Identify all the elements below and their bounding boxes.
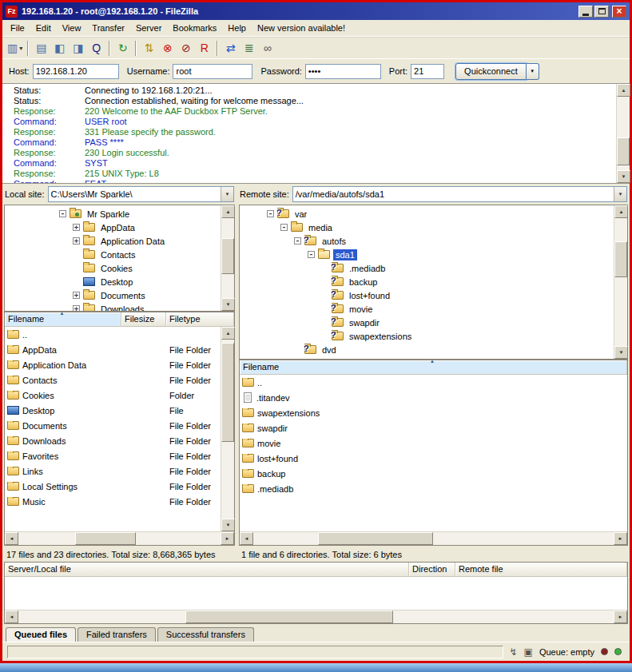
remote-list-hscrollbar[interactable]: ◄► xyxy=(240,531,627,545)
tree-item[interactable]: Contacts xyxy=(5,248,221,261)
file-row[interactable]: .. xyxy=(5,327,221,342)
reconnect-button[interactable]: R xyxy=(195,39,213,57)
queue-column-server-local-file[interactable]: Server/Local file xyxy=(5,563,409,576)
file-row[interactable]: CookiesFolder xyxy=(5,388,221,403)
tree-item[interactable]: Desktop xyxy=(5,275,221,288)
queue-body[interactable] xyxy=(5,577,627,610)
file-row[interactable]: Application DataFile Folder xyxy=(5,357,221,372)
tree-item[interactable]: +Documents xyxy=(5,288,221,302)
tree-item[interactable]: ?lost+found xyxy=(240,288,614,302)
scroll-right-button[interactable]: ► xyxy=(614,532,627,545)
local-list-hscrollbar[interactable]: ◄► xyxy=(5,531,234,545)
host-input[interactable] xyxy=(33,64,119,79)
message-log[interactable]: Status:Connecting to 192.168.1.20:21...S… xyxy=(2,84,616,183)
scroll-left-button[interactable]: ◄ xyxy=(5,532,18,545)
synchronized-browsing-button[interactable]: ≣ xyxy=(240,39,258,57)
toggle-remote-tree-button[interactable]: ◨ xyxy=(69,39,87,57)
scroll-up-button[interactable]: ▲ xyxy=(221,327,235,340)
scroll-up-button[interactable]: ▲ xyxy=(221,205,235,218)
file-row[interactable]: AppDataFile Folder xyxy=(5,342,221,357)
file-row[interactable]: .. xyxy=(240,375,627,390)
refresh-button[interactable]: ↻ xyxy=(113,39,132,57)
file-row[interactable]: backup xyxy=(240,466,627,481)
tree-item[interactable]: +Downloads xyxy=(5,302,221,311)
tree-item[interactable]: ?.mediadb xyxy=(240,261,614,275)
filename-filters-button[interactable]: Q xyxy=(87,39,105,57)
site-manager-button[interactable]: ▥▾ xyxy=(6,39,24,57)
scrollbar-thumb[interactable] xyxy=(75,532,136,545)
queue-hscrollbar[interactable]: ◄► xyxy=(5,610,627,623)
scrollbar-track[interactable] xyxy=(18,532,221,545)
tab-queued-files[interactable]: Queued files xyxy=(6,627,76,642)
file-row[interactable]: DesktopFile xyxy=(5,403,221,418)
tree-collapse-icon[interactable]: - xyxy=(59,210,66,217)
menu-item-edit[interactable]: Edit xyxy=(30,21,57,35)
tree-item[interactable]: Cookies xyxy=(5,261,221,275)
remote-site-combo[interactable]: /var/media/autofs/sda1 ▼ xyxy=(292,186,627,202)
menu-item-view[interactable]: View xyxy=(57,21,87,35)
scrollbar-thumb[interactable] xyxy=(221,238,234,274)
local-site-combo[interactable]: C:\Users\Mr Sparkle\ ▼ xyxy=(48,186,234,202)
disconnect-button[interactable]: ⊘ xyxy=(177,39,195,57)
tree-expand-icon[interactable]: + xyxy=(73,224,80,231)
password-input[interactable] xyxy=(305,64,381,79)
menu-item-new-version-available[interactable]: New version available! xyxy=(252,21,351,35)
title-bar[interactable]: Fz 192.168.1.20 - root@192.168.1.20 - Fi… xyxy=(2,2,630,20)
menu-item-transfer[interactable]: Transfer xyxy=(86,21,130,35)
find-files-button[interactable]: ∞ xyxy=(258,39,276,57)
local-combo-dropdown-icon[interactable]: ▼ xyxy=(221,187,233,201)
quickconnect-dropdown-button[interactable]: ▼ xyxy=(527,63,539,80)
file-row[interactable]: swapdir xyxy=(240,420,627,435)
scroll-left-button[interactable]: ◄ xyxy=(5,610,18,623)
scrollbar-thumb[interactable] xyxy=(614,241,627,277)
remote-tree-scrollbar[interactable]: ▲▼ xyxy=(614,205,627,359)
tree-collapse-icon[interactable]: - xyxy=(308,251,315,258)
file-row[interactable]: lost+found xyxy=(240,451,627,466)
file-row[interactable]: DocumentsFile Folder xyxy=(5,418,221,433)
file-row[interactable]: LinksFile Folder xyxy=(5,463,221,479)
local-tree-scrollbar[interactable]: ▲▼ xyxy=(221,205,234,311)
file-row[interactable]: swapextensions xyxy=(240,405,627,420)
queue-column-remote-file[interactable]: Remote file xyxy=(455,563,627,576)
tree-collapse-icon[interactable]: - xyxy=(294,237,301,245)
speed-limits-icon[interactable]: ↯ xyxy=(510,646,518,658)
tree-item[interactable]: ?swapdir xyxy=(240,316,614,329)
scroll-down-button[interactable]: ▼ xyxy=(614,346,628,359)
scroll-up-button[interactable]: ▲ xyxy=(614,205,628,218)
toggle-message-log-button[interactable]: ▤ xyxy=(32,39,50,57)
port-input[interactable] xyxy=(411,64,444,79)
remote-combo-dropdown-icon[interactable]: ▼ xyxy=(614,187,626,201)
tree-item[interactable]: -?autofs xyxy=(240,234,614,248)
directory-comparison-button[interactable]: ⇄ xyxy=(221,39,240,57)
tree-item[interactable]: -sda1 xyxy=(240,248,614,261)
file-row[interactable]: ContactsFile Folder xyxy=(5,372,221,388)
file-row[interactable]: .titandev xyxy=(240,390,627,405)
scrollbar-track[interactable] xyxy=(614,218,627,346)
tab-successful-transfers[interactable]: Successful transfers xyxy=(157,627,254,642)
scroll-down-button[interactable]: ▼ xyxy=(617,170,630,183)
scrollbar-track[interactable] xyxy=(253,532,614,545)
queue-view-icon[interactable]: ▣ xyxy=(524,646,533,658)
column-header-filename[interactable]: Filename▲ xyxy=(240,360,627,374)
menu-item-server[interactable]: Server xyxy=(130,21,167,35)
file-row[interactable]: MusicFile Folder xyxy=(5,494,221,509)
queue-column-direction[interactable]: Direction xyxy=(409,563,455,576)
tree-expand-icon[interactable]: + xyxy=(73,292,80,299)
file-row[interactable]: FavoritesFile Folder xyxy=(5,448,221,463)
scrollbar-thumb[interactable] xyxy=(221,343,234,441)
scrollbar-thumb[interactable] xyxy=(617,137,630,165)
tree-collapse-icon[interactable]: - xyxy=(267,210,274,217)
scroll-left-button[interactable]: ◄ xyxy=(240,532,253,545)
scrollbar-thumb[interactable] xyxy=(185,610,394,623)
scrollbar-track[interactable] xyxy=(221,218,234,298)
menu-item-help[interactable]: Help xyxy=(222,21,252,35)
tree-item[interactable]: ?movie xyxy=(240,302,614,316)
file-row[interactable]: DownloadsFile Folder xyxy=(5,433,221,448)
scroll-down-button[interactable]: ▼ xyxy=(221,298,235,311)
scrollbar-track[interactable] xyxy=(18,610,614,623)
column-header-filetype[interactable]: Filetype xyxy=(166,312,234,326)
scroll-down-button[interactable]: ▼ xyxy=(221,519,235,531)
quickconnect-button[interactable]: Quickconnect xyxy=(455,63,527,80)
menu-item-bookmarks[interactable]: Bookmarks xyxy=(167,21,222,35)
tree-item[interactable]: -Mr Sparkle xyxy=(5,207,221,221)
